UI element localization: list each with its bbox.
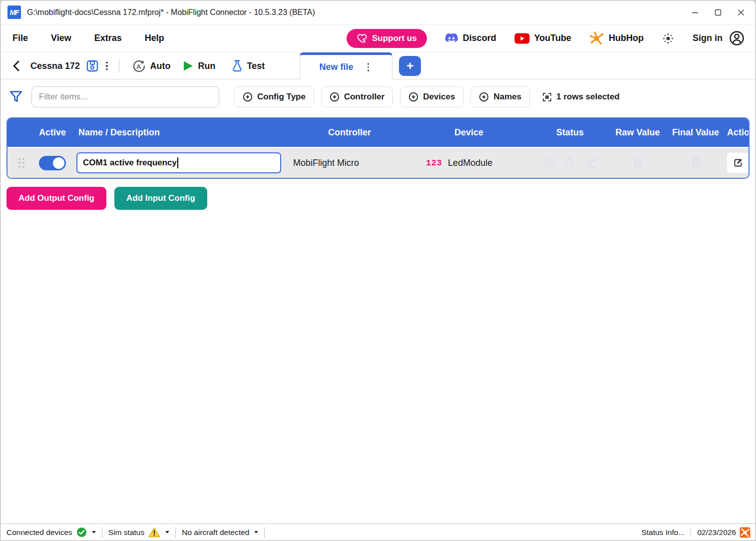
circle-plus-icon [479,92,489,102]
filter-controller-button[interactable]: Controller [321,86,393,107]
aircraft-status-dropdown[interactable]: No aircraft detected [176,527,265,538]
toolbar: Cessna 172 A Auto Run Test New file [0,52,756,79]
sign-in-button[interactable]: Sign in [693,30,745,46]
col-raw-value: Raw Value [611,127,664,138]
theme-toggle-icon[interactable] [662,32,675,45]
auto-button[interactable]: A Auto [126,59,177,73]
edit-pencil-icon [733,158,743,168]
empty-workspace [0,210,756,524]
flask-icon [232,59,243,72]
window-title: G:\mobiflight-docs\Cessna 172.mfproj* - … [27,8,315,17]
menu-bar: File View Extras Help $ Support us Disco… [0,24,756,52]
mobiflight-logo-icon: MF [7,5,21,19]
final-value-cell: 8 [664,154,727,172]
play-icon [183,60,194,72]
config-table: Active Name / Description Controller Dev… [6,117,750,179]
drag-handle[interactable] [14,158,28,168]
circle-plus-icon [243,92,253,102]
col-final-value: Final Value [664,127,727,138]
table-header: Active Name / Description Controller Dev… [7,118,749,147]
edit-row-button[interactable] [727,153,749,173]
status-cell [529,156,611,169]
sim-status-dropdown[interactable]: Sim status [102,527,176,538]
tab-menu-icon[interactable] [364,61,374,73]
discord-icon [445,33,458,43]
filter-config-type-button[interactable]: Config Type [234,86,314,107]
filter-funnel-icon [8,89,23,104]
modifier-status-icon [583,156,597,169]
add-tab-button[interactable]: + [399,56,421,76]
col-actions: Actions [727,127,750,138]
heart-dollar-icon: $ [357,33,368,43]
svg-text:A: A [136,62,141,70]
menu-view[interactable]: View [51,33,71,43]
col-status: Status [529,127,611,138]
support-us-button[interactable]: $ Support us [347,29,427,48]
window-controls [684,0,756,24]
selection-icon [543,93,551,101]
chevron-down-icon [165,531,169,534]
save-icon[interactable] [83,57,102,74]
filter-items-input[interactable] [31,86,219,107]
rows-selected-indicator: 1 rows selected [543,92,620,102]
maximize-icon[interactable] [707,0,730,24]
connected-devices-dropdown[interactable]: Connected devices [0,527,102,538]
app-window: MF G:\mobiflight-docs\Cessna 172.mfproj*… [0,0,756,541]
name-description-input[interactable]: COM1 active frequency [76,152,281,173]
precondition-status-icon [543,156,556,169]
avatar-icon [729,30,745,46]
seven-segment-icon: 123 [426,158,442,168]
hubhop-link[interactable]: HubHop [589,31,644,45]
tab-new-file[interactable]: New file [300,52,392,79]
svg-text:$: $ [363,37,366,43]
title-bar: MF G:\mobiflight-docs\Cessna 172.mfproj*… [0,0,756,24]
project-name: Cessna 172 [30,61,80,71]
test-button[interactable]: Test [226,59,271,72]
add-config-row: Add Output Config Add Input Config [6,187,750,210]
device-cell: 123 LedModule [409,158,529,168]
menu-help[interactable]: Help [145,33,164,43]
table-row[interactable]: COM1 active frequency MobiFlight Micro 1… [7,147,749,178]
col-active: Active [28,127,76,138]
youtube-link[interactable]: YouTube [514,33,571,44]
test-status-icon [564,156,576,169]
menu-file[interactable]: File [12,33,28,43]
back-button[interactable] [9,58,23,74]
filter-row: Config Type Controller Devices Names [0,79,756,117]
run-button[interactable]: Run [177,60,222,72]
hubhop-icon [589,31,604,45]
check-circle-icon [76,527,87,538]
chevron-down-icon [92,531,96,534]
row-more-button[interactable] [749,153,750,173]
col-controller: Controller [290,127,409,138]
status-info-link[interactable]: Status Info... [635,528,691,537]
add-input-config-button[interactable]: Add Input Config [114,187,207,210]
status-bar: Connected devices Sim status No aircraft… [0,524,756,541]
toolbar-divider [119,59,119,72]
actions-cell [727,153,750,173]
sim-connect-icon [740,527,751,538]
discord-link[interactable]: Discord [445,33,496,43]
circle-plus-icon [330,92,340,102]
col-name-description: Name / Description [76,127,290,138]
col-device: Device [409,127,529,138]
auto-icon: A [132,59,146,73]
text-cursor [177,157,178,168]
minimize-icon[interactable] [684,0,707,24]
add-output-config-button[interactable]: Add Output Config [6,187,106,210]
close-icon[interactable] [730,0,753,24]
controller-cell: MobiFlight Micro [290,158,409,168]
filter-names-button[interactable]: Names [470,86,530,107]
sim-date: 02/23/2026 [691,527,756,538]
filter-devices-button[interactable]: Devices [400,86,463,107]
active-toggle[interactable] [39,156,66,170]
menu-extras[interactable]: Extras [94,33,122,43]
raw-value-cell: 8 [611,154,664,172]
chevron-down-icon [254,531,258,534]
circle-plus-icon [408,92,418,102]
project-menu-icon[interactable] [102,60,112,72]
warning-triangle-icon [148,527,160,538]
youtube-icon [514,33,530,44]
